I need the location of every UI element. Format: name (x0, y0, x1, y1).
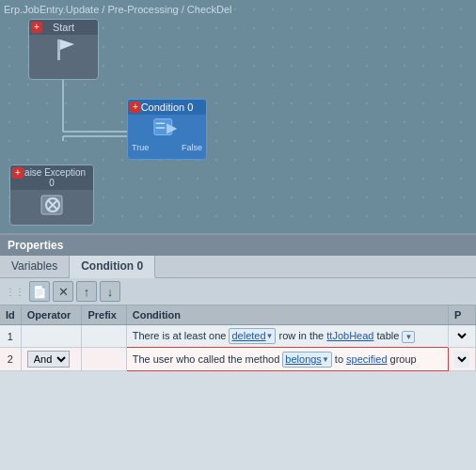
row2-prefix (82, 348, 126, 371)
col-operator: Operator (21, 306, 82, 325)
tab-variables[interactable]: Variables (0, 256, 70, 277)
canvas: Erp.JobEntry.Update / Pre-Processing / C… (0, 0, 476, 233)
table-container: Id Operator Prefix Condition P 1 There i… (0, 306, 476, 470)
svg-rect-6 (57, 39, 60, 60)
row1-operator (21, 325, 82, 348)
drag-handle: ⋮⋮ (6, 287, 24, 297)
raise-icon (38, 190, 66, 218)
node-start[interactable]: + Start (28, 19, 99, 80)
node-raise-plus[interactable]: + (12, 167, 24, 179)
false-label: False (182, 143, 202, 152)
move-down-button[interactable]: ↓ (100, 281, 120, 302)
row1-prefix (82, 325, 126, 348)
node-condition-plus[interactable]: + (130, 102, 141, 113)
row2-condition: The user who called the method belongs ▼… (126, 348, 448, 371)
new-button[interactable]: 📄 (29, 281, 50, 302)
down-icon: ↓ (107, 285, 114, 299)
col-p: P (449, 306, 476, 325)
properties-panel: Properties Variables Condition 0 ⋮⋮ 📄 ✕ … (0, 233, 476, 470)
row1-p[interactable]: ▼ (449, 325, 476, 348)
tabs-row: Variables Condition 0 (0, 256, 476, 278)
node-condition-labels: True False (128, 143, 206, 152)
row1-arrow1[interactable]: ▼ (266, 331, 274, 341)
true-label: True (132, 143, 149, 152)
row2-p-select[interactable]: ▼ (454, 352, 469, 368)
row2-operator[interactable]: And Or (21, 348, 82, 371)
row1-id: 1 (0, 325, 21, 348)
move-up-button[interactable]: ↑ (76, 281, 97, 302)
row1-p-select[interactable]: ▼ (454, 328, 469, 344)
delete-icon: ✕ (58, 285, 69, 299)
table-row: 2 And Or The user who called the method … (0, 348, 476, 371)
flag-icon (50, 35, 78, 63)
node-raise[interactable]: + Raise Exception 0 (9, 164, 94, 226)
row2-link-belongs[interactable]: belongs (285, 352, 322, 367)
table-row: 1 There is at least one deleted ▼ row in… (0, 325, 476, 348)
col-id: Id (0, 306, 21, 325)
tab-condition0[interactable]: Condition 0 (70, 256, 155, 278)
row2-dropdown1[interactable]: belongs ▼ (282, 352, 331, 368)
delete-button[interactable]: ✕ (53, 281, 73, 302)
row1-arrow2[interactable]: ▼ (405, 332, 412, 342)
row2-p[interactable]: ▼ (449, 348, 476, 371)
node-condition[interactable]: + Condition 0 True False (127, 99, 207, 160)
condition-icon (152, 115, 182, 141)
col-prefix: Prefix (82, 306, 126, 325)
row2-operator-select[interactable]: And Or (27, 351, 70, 368)
row2-id: 2 (0, 348, 21, 371)
row1-dropdown2[interactable]: ▼ (402, 331, 415, 343)
row1-link-deleted[interactable]: deleted (231, 329, 265, 343)
up-icon: ↑ (84, 285, 90, 299)
row2-link-specified[interactable]: specified (346, 353, 387, 365)
new-icon: 📄 (32, 285, 47, 299)
col-condition: Condition (126, 306, 448, 325)
svg-marker-7 (60, 39, 74, 50)
toolbar-row: ⋮⋮ 📄 ✕ ↑ ↓ (0, 278, 476, 306)
properties-header: Properties (0, 235, 476, 256)
row1-link-ttjobhead[interactable]: ttJobHead (326, 330, 373, 341)
conditions-table: Id Operator Prefix Condition P 1 There i… (0, 306, 476, 371)
table-header-row: Id Operator Prefix Condition P (0, 306, 476, 325)
node-start-plus[interactable]: + (31, 22, 42, 33)
row1-dropdown1[interactable]: deleted ▼ (229, 328, 276, 344)
row2-arrow1[interactable]: ▼ (322, 354, 329, 365)
row1-condition: There is at least one deleted ▼ row in t… (126, 325, 448, 348)
breadcrumb: Erp.JobEntry.Update / Pre-Processing / C… (4, 4, 232, 15)
